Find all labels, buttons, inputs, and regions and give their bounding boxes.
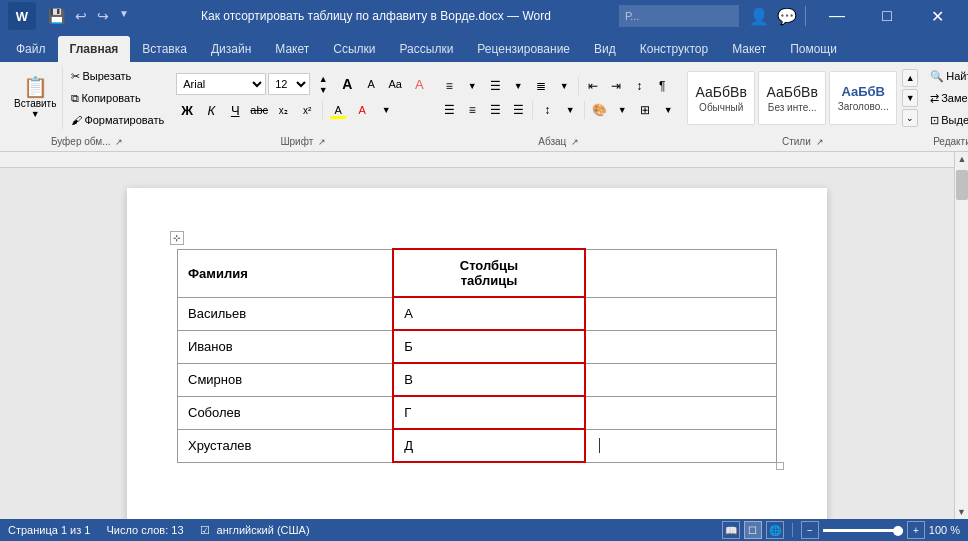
tab-design[interactable]: Дизайн	[199, 36, 263, 62]
tab-home[interactable]: Главная	[58, 36, 131, 62]
text-highlight-button[interactable]: A	[327, 99, 349, 121]
bullets-dropdown[interactable]: ▼	[461, 75, 483, 97]
font-color-button[interactable]: A	[351, 99, 373, 121]
styles-more[interactable]: ⌄	[902, 109, 918, 127]
increase-indent-button[interactable]: ⇥	[605, 75, 627, 97]
style-heading1[interactable]: АаБбВ Заголово...	[829, 71, 897, 125]
sort-button[interactable]: ↕	[628, 75, 650, 97]
copy-button[interactable]: ⧉ Копировать	[67, 88, 168, 108]
decrease-indent-button[interactable]: ⇤	[582, 75, 604, 97]
paragraph-expand-icon[interactable]: ↗	[571, 137, 579, 147]
cell-4-3[interactable]	[585, 396, 777, 429]
font-size-select[interactable]: 12	[268, 73, 310, 95]
cell-2-3[interactable]	[585, 330, 777, 363]
font-size-up-button[interactable]: ▲	[312, 73, 334, 84]
italic-button[interactable]: К	[200, 99, 222, 121]
cell-5-3[interactable]	[585, 429, 777, 462]
header-cell-3[interactable]	[585, 249, 777, 297]
line-spacing-dropdown[interactable]: ▼	[559, 99, 581, 121]
read-view-button[interactable]: 📖	[722, 521, 740, 539]
format-painter-button[interactable]: 🖌 Форматировать	[67, 110, 168, 130]
subscript-button[interactable]: x₂	[272, 99, 294, 121]
tab-mailings[interactable]: Рассылки	[388, 36, 466, 62]
cell-4-2[interactable]: Г	[393, 396, 585, 429]
comment-icon[interactable]: 💬	[777, 7, 797, 26]
cell-3-1[interactable]: Смирнов	[178, 363, 394, 396]
redo-icon[interactable]: ↪	[93, 6, 113, 26]
bullets-button[interactable]: ≡	[438, 75, 460, 97]
style-no-spacing[interactable]: АаБбВв Без инте...	[758, 71, 826, 125]
scroll-thumb[interactable]	[956, 170, 968, 200]
superscript-button[interactable]: x²	[296, 99, 318, 121]
styles-expand-icon[interactable]: ↗	[816, 137, 824, 147]
tab-layout[interactable]: Макет	[263, 36, 321, 62]
tab-insert[interactable]: Вставка	[130, 36, 199, 62]
numbering-dropdown[interactable]: ▼	[507, 75, 529, 97]
zoom-in-button[interactable]: +	[907, 521, 925, 539]
cell-1-3[interactable]	[585, 297, 777, 330]
paste-dropdown-arrow[interactable]: ▼	[31, 109, 40, 119]
numbering-button[interactable]: ☰	[484, 75, 506, 97]
grow-font-button[interactable]: A	[336, 73, 358, 95]
tab-help[interactable]: Помощи	[778, 36, 849, 62]
tab-references[interactable]: Ссылки	[321, 36, 387, 62]
cell-1-2[interactable]: А	[393, 297, 585, 330]
clear-format-button[interactable]: Aa	[384, 73, 406, 95]
table-resize-handle[interactable]	[776, 462, 784, 470]
font-name-select[interactable]: Arial	[176, 73, 266, 95]
styles-scroll-down[interactable]: ▼	[902, 89, 918, 107]
tab-view[interactable]: Вид	[582, 36, 628, 62]
tab-layout2[interactable]: Макет	[720, 36, 778, 62]
tab-review[interactable]: Рецензирование	[465, 36, 582, 62]
language-indicator[interactable]: ☑ английский (США)	[200, 524, 310, 537]
cell-2-2[interactable]: Б	[393, 330, 585, 363]
tab-file[interactable]: Файл	[4, 36, 58, 62]
zoom-out-button[interactable]: −	[801, 521, 819, 539]
cut-button[interactable]: ✂ Вырезать	[67, 66, 168, 86]
zoom-thumb[interactable]	[893, 526, 903, 536]
cell-3-2[interactable]: В	[393, 363, 585, 396]
select-button[interactable]: ⊡ Выделить ▼	[926, 110, 968, 130]
multilevel-dropdown[interactable]: ▼	[553, 75, 575, 97]
header-cell-1[interactable]: Фамилия	[178, 249, 394, 297]
align-right-button[interactable]: ☰	[484, 99, 506, 121]
justify-button[interactable]: ☰	[507, 99, 529, 121]
paste-button[interactable]: 📋 Вставить ▼	[6, 66, 63, 130]
cell-2-1[interactable]: Иванов	[178, 330, 394, 363]
find-button[interactable]: 🔍 Найти ▼	[926, 66, 968, 86]
scroll-up-button[interactable]: ▲	[955, 152, 968, 166]
scroll-down-button[interactable]: ▼	[955, 505, 968, 519]
cell-3-3[interactable]	[585, 363, 777, 396]
font-color-arrow[interactable]: ▼	[375, 99, 397, 121]
cell-5-2[interactable]: Д	[393, 429, 585, 462]
strikethrough-button[interactable]: abc	[248, 99, 270, 121]
font-size-down-button[interactable]: ▼	[312, 84, 334, 95]
multilevel-button[interactable]: ≣	[530, 75, 552, 97]
print-view-button[interactable]: ☐	[744, 521, 762, 539]
style-normal[interactable]: АаБбВв Обычный	[687, 71, 755, 125]
font-expand-icon[interactable]: ↗	[318, 137, 326, 147]
clipboard-expand-icon[interactable]: ↗	[115, 137, 123, 147]
user-icon[interactable]: 👤	[749, 7, 769, 26]
document-area[interactable]: ⊹ Фамилия Столбцытаблицы Вас	[0, 168, 954, 541]
styles-scroll-up[interactable]: ▲	[902, 69, 918, 87]
title-search-input[interactable]	[619, 5, 739, 27]
minimize-button[interactable]: —	[814, 0, 860, 32]
undo-icon[interactable]: ↩	[71, 6, 91, 26]
customize-icon[interactable]: ▼	[115, 6, 133, 26]
underline-button[interactable]: Ч	[224, 99, 246, 121]
shading-dropdown[interactable]: ▼	[611, 99, 633, 121]
web-view-button[interactable]: 🌐	[766, 521, 784, 539]
tab-constructor[interactable]: Конструктор	[628, 36, 720, 62]
close-button[interactable]: ✕	[914, 0, 960, 32]
text-effect-button[interactable]: A	[408, 73, 430, 95]
ribbon-search[interactable]	[619, 5, 739, 27]
table-move-handle[interactable]: ⊹	[170, 231, 184, 245]
show-marks-button[interactable]: ¶	[651, 75, 673, 97]
shrink-font-button[interactable]: A	[360, 73, 382, 95]
bold-button[interactable]: Ж	[176, 99, 198, 121]
cell-5-1[interactable]: Хрусталев	[178, 429, 394, 462]
align-center-button[interactable]: ≡	[461, 99, 483, 121]
align-left-button[interactable]: ☰	[438, 99, 460, 121]
replace-button[interactable]: ⇄ Заменить	[926, 88, 968, 108]
